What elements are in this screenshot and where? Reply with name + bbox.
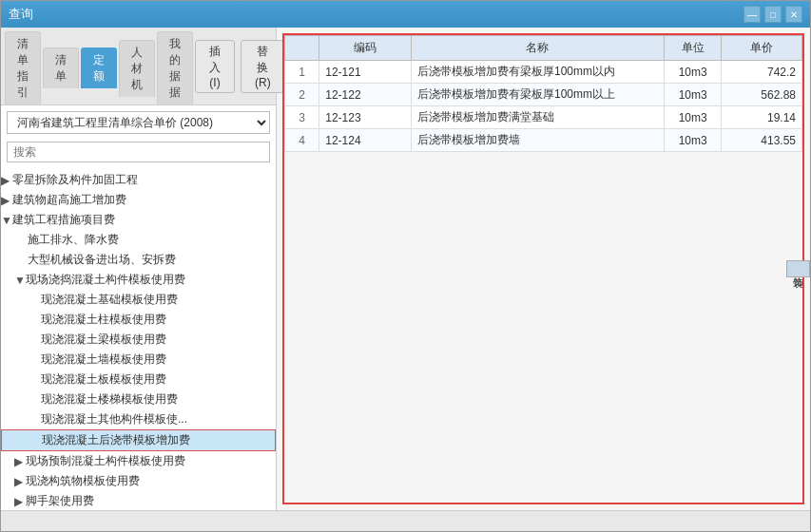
col-unit: 单位: [664, 36, 721, 61]
side-tab-decoration[interactable]: 装饰: [786, 260, 810, 277]
insert-button[interactable]: 插入(I): [195, 40, 235, 93]
window-controls: — □ ✕: [743, 6, 802, 23]
cell-unit-0: 10m3: [664, 61, 721, 84]
tree-node-2[interactable]: ▼建筑工程措施项目费: [1, 210, 276, 230]
tree-node-5[interactable]: ▼现场浇捣混凝土构件模板使用费: [1, 270, 276, 290]
cell-code-0: 12-121: [319, 61, 412, 84]
minimize-button[interactable]: —: [743, 6, 761, 23]
tree-node-text-10: 现浇混凝土板模板使用费: [41, 371, 270, 388]
tree-node-text-14: 现场预制混凝土构件模板使用费: [26, 453, 270, 469]
cell-code-1: 12-122: [319, 84, 412, 106]
status-bar: [1, 510, 810, 531]
cell-price-0: 742.2: [722, 61, 802, 84]
tree-arrow-16: ▶: [14, 495, 26, 508]
tree-arrow-0: ▶: [1, 174, 12, 187]
table-row-0[interactable]: 112-121后浇带模板增加费有梁板厚100mm以内10m3742.2: [285, 61, 802, 84]
action-buttons: 插入(I) 替换(R): [195, 40, 285, 97]
tree-node-text-1: 建筑物超高施工增加费: [12, 192, 270, 208]
cell-name-2: 后浇带模板增加费满堂基础: [411, 106, 664, 129]
main-window: 查询 — □ ✕ 清单指引 清单 定额 人材机 我的据据 插入(I) 替换(R): [0, 0, 811, 532]
tree-node-16[interactable]: ▶脚手架使用费: [1, 491, 276, 510]
col-code: 编码: [319, 36, 412, 61]
result-table: 编码 名称 单位 单价 112-121后浇带模板增加费有梁板厚100mm以内10…: [284, 35, 802, 152]
col-price: 单价: [722, 36, 802, 61]
cell-name-0: 后浇带模板增加费有梁板厚100mm以内: [411, 61, 664, 84]
tree-node-text-16: 脚手架使用费: [26, 493, 270, 509]
content-area: 清单指引 清单 定额 人材机 我的据据 插入(I) 替换(R) 河南省建筑工程里…: [1, 28, 810, 510]
tree-arrow-15: ▶: [14, 475, 26, 488]
tree-node-text-0: 零星拆除及构件加固工程: [12, 172, 270, 188]
close-button[interactable]: ✕: [785, 6, 802, 23]
tree-node-text-2: 建筑工程措施项目费: [12, 212, 270, 228]
tree-node-11[interactable]: 现浇混凝土楼梯模板使用费: [1, 390, 276, 409]
cell-price-1: 562.88: [722, 84, 802, 106]
tree-node-14[interactable]: ▶现场预制混凝土构件模板使用费: [1, 451, 276, 471]
tree-node-8[interactable]: 现浇混凝土梁模板使用费: [1, 330, 276, 350]
tree-node-4[interactable]: 大型机械设备进出场、安拆费: [1, 250, 276, 270]
col-index: [285, 36, 319, 61]
cell-index-1: 2: [285, 84, 319, 106]
side-tabs: 装饰: [786, 260, 810, 277]
window-title: 查询: [9, 6, 33, 23]
tree-node-15[interactable]: ▶现浇构筑物模板使用费: [1, 471, 276, 491]
cell-price-2: 19.14: [722, 106, 802, 129]
tree-node-text-12: 现浇混凝土其他构件模板使...: [41, 411, 270, 428]
tree-node-7[interactable]: 现浇混凝土柱模板使用费: [1, 310, 276, 330]
price-list-dropdown[interactable]: 河南省建筑工程里清单综合单价 (2008): [7, 111, 270, 134]
cell-unit-2: 10m3: [664, 106, 721, 129]
search-input[interactable]: [7, 142, 270, 162]
tree-node-text-5: 现场浇捣混凝土构件模板使用费: [26, 272, 270, 288]
tree-arrow-14: ▶: [14, 455, 26, 468]
cell-index-2: 3: [285, 106, 319, 129]
cell-unit-3: 10m3: [664, 129, 721, 152]
cell-name-1: 后浇带模板增加费有梁板厚100mm以上: [411, 84, 664, 106]
cell-price-3: 413.55: [722, 129, 802, 152]
tree-node-6[interactable]: 现浇混凝土基础模板使用费: [1, 290, 276, 310]
cell-index-3: 4: [285, 129, 319, 152]
tree-node-text-9: 现浇混凝土墙模板使用费: [41, 352, 270, 368]
table-row-3[interactable]: 412-124后浇带模板增加费墙10m3413.55: [285, 129, 802, 152]
cell-name-3: 后浇带模板增加费墙: [411, 129, 664, 152]
table-row-1[interactable]: 212-122后浇带模板增加费有梁板厚100mm以上10m3562.88: [285, 84, 802, 106]
tree-arrow-5: ▼: [14, 274, 26, 287]
tree-node-text-15: 现浇构筑物模板使用费: [26, 473, 270, 489]
tree-node-text-6: 现浇混凝土基础模板使用费: [41, 292, 270, 308]
tree-arrow-2: ▼: [1, 214, 12, 227]
cell-code-3: 12-124: [319, 129, 412, 152]
tab-ding-e[interactable]: 定额: [81, 48, 117, 88]
tree-node-text-4: 大型机械设备进出场、安拆费: [28, 252, 270, 268]
cell-index-0: 1: [285, 61, 319, 84]
dropdown-row: 河南省建筑工程里清单综合单价 (2008): [1, 105, 276, 138]
tab-qingdan-zhiyin[interactable]: 清单指引: [5, 31, 41, 104]
tab-qingdan[interactable]: 清单: [43, 48, 79, 88]
tree-node-1[interactable]: ▶建筑物超高施工增加费: [1, 190, 276, 210]
tree-node-10[interactable]: 现浇混凝土板模板使用费: [1, 370, 276, 390]
tree-node-text-8: 现浇混凝土梁模板使用费: [41, 332, 270, 348]
tree-node-0[interactable]: ▶零星拆除及构件加固工程: [1, 170, 276, 190]
maximize-button[interactable]: □: [764, 6, 782, 23]
cell-unit-1: 10m3: [664, 84, 721, 106]
cell-code-2: 12-123: [319, 106, 412, 129]
tree-container[interactable]: ▶零星拆除及构件加固工程▶建筑物超高施工增加费▼建筑工程措施项目费施工排水、降水…: [1, 166, 276, 510]
tree-node-9[interactable]: 现浇混凝土墙模板使用费: [1, 350, 276, 370]
table-row-2[interactable]: 312-123后浇带模板增加费满堂基础10m319.14: [285, 106, 802, 129]
tree-node-3[interactable]: 施工排水、降水费: [1, 230, 276, 250]
tree-node-13[interactable]: 现浇混凝土后浇带模板增加费: [1, 429, 276, 451]
tree-node-text-11: 现浇混凝土楼梯模板使用费: [41, 391, 270, 408]
tree-node-text-3: 施工排水、降水费: [28, 232, 270, 248]
search-row: [1, 138, 276, 166]
tree-node-text-13: 现浇混凝土后浇带模板增加费: [42, 432, 269, 448]
col-name: 名称: [411, 36, 664, 61]
right-panel: 编码 名称 单位 单价 112-121后浇带模板增加费有梁板厚100mm以内10…: [277, 28, 810, 510]
result-table-container: 编码 名称 单位 单价 112-121后浇带模板增加费有梁板厚100mm以内10…: [282, 33, 804, 504]
tab-rencaiji[interactable]: 人材机: [119, 40, 155, 97]
tree-arrow-1: ▶: [1, 194, 12, 207]
tab-wode-juju[interactable]: 我的据据: [157, 31, 193, 104]
title-bar: 查询 — □ ✕: [1, 1, 810, 28]
tree-node-12[interactable]: 现浇混凝土其他构件模板使...: [1, 409, 276, 429]
tabs-bar: 清单指引 清单 定额 人材机 我的据据 插入(I) 替换(R): [1, 28, 276, 105]
left-panel: 清单指引 清单 定额 人材机 我的据据 插入(I) 替换(R) 河南省建筑工程里…: [1, 28, 277, 510]
tree-node-text-7: 现浇混凝土柱模板使用费: [41, 312, 270, 328]
